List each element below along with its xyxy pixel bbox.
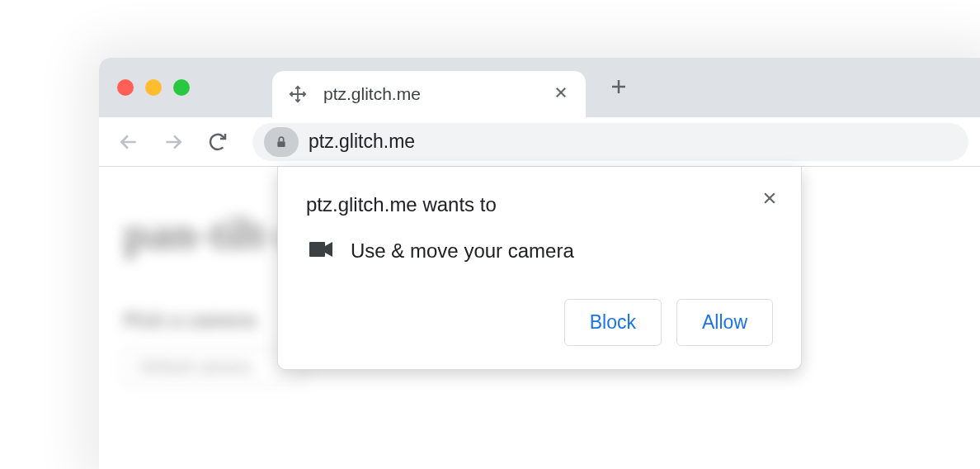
move-icon bbox=[287, 83, 309, 105]
dialog-title: ptz.glitch.me wants to bbox=[306, 193, 773, 216]
toolbar: ptz.glitch.me bbox=[99, 117, 980, 167]
tab-strip: ptz.glitch.me bbox=[99, 58, 980, 117]
svg-rect-8 bbox=[277, 141, 285, 147]
close-tab-button[interactable] bbox=[551, 83, 571, 105]
reload-button[interactable] bbox=[200, 124, 236, 160]
svg-rect-11 bbox=[309, 242, 325, 257]
permission-row: Use & move your camera bbox=[306, 239, 773, 263]
page-content: pan-tilt-zoom Pick a camera Default came… bbox=[99, 167, 980, 469]
window-minimize-button[interactable] bbox=[145, 79, 162, 96]
tab-title: ptz.glitch.me bbox=[323, 84, 536, 104]
allow-button[interactable]: Allow bbox=[676, 299, 773, 346]
site-info-button[interactable] bbox=[264, 127, 299, 157]
forward-button[interactable] bbox=[155, 124, 191, 160]
back-button[interactable] bbox=[111, 124, 147, 160]
browser-tab[interactable]: ptz.glitch.me bbox=[272, 71, 586, 117]
svg-marker-12 bbox=[325, 242, 332, 257]
dialog-close-button[interactable] bbox=[758, 187, 781, 210]
url-text: ptz.glitch.me bbox=[309, 130, 415, 153]
window-maximize-button[interactable] bbox=[173, 79, 190, 96]
browser-window: ptz.glitch.me bbox=[99, 58, 980, 469]
block-button[interactable]: Block bbox=[564, 299, 662, 346]
dialog-button-row: Block Allow bbox=[306, 299, 773, 346]
new-tab-button[interactable] bbox=[609, 73, 629, 103]
lock-icon bbox=[275, 135, 288, 149]
close-icon bbox=[761, 190, 778, 206]
window-close-button[interactable] bbox=[117, 79, 134, 96]
permission-prompt: ptz.glitch.me wants to Use & move your c… bbox=[277, 167, 802, 370]
window-controls bbox=[117, 79, 190, 96]
permission-text: Use & move your camera bbox=[351, 239, 574, 263]
camera-icon bbox=[309, 239, 332, 263]
address-bar[interactable]: ptz.glitch.me bbox=[252, 123, 968, 161]
